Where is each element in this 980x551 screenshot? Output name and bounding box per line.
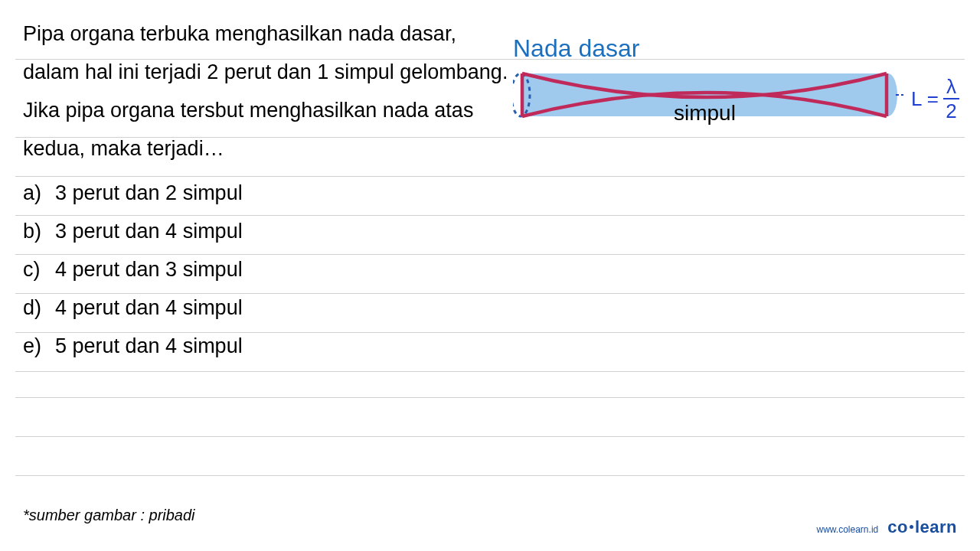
fraction-numerator: λ	[943, 77, 959, 99]
fraction-denominator: 2	[946, 99, 956, 121]
logo-right: learn	[915, 517, 957, 536]
formula-prefix: L =	[911, 87, 939, 111]
option-text: 4 perut dan 4 simpul	[55, 289, 243, 328]
logo-left: co	[887, 517, 908, 536]
length-formula: L = λ 2	[911, 77, 959, 121]
question-text: Pipa organa terbuka menghasilkan nada da…	[23, 15, 513, 168]
option-label: d)	[23, 289, 55, 328]
diagram-area: Nada dasar	[513, 34, 965, 129]
option-text: 4 perut dan 3 simpul	[55, 251, 243, 289]
option-e: e) 5 perut dan 4 simpul	[23, 328, 957, 366]
node-label: simpul	[674, 101, 736, 126]
image-source-footnote: *sumber gambar : pribadi	[23, 507, 195, 524]
option-label: e)	[23, 328, 55, 366]
options-list: a) 3 perut dan 2 simpul b) 3 perut dan 4…	[23, 174, 957, 366]
footer-branding: www.colearn.id colearn	[817, 517, 957, 537]
option-text: 3 perut dan 4 simpul	[55, 213, 243, 251]
option-d: d) 4 perut dan 4 simpul	[23, 289, 957, 328]
option-a: a) 3 perut dan 2 simpul	[23, 174, 957, 213]
option-b: b) 3 perut dan 4 simpul	[23, 213, 957, 251]
option-label: b)	[23, 213, 55, 251]
option-label: a)	[23, 174, 55, 213]
option-text: 3 perut dan 2 simpul	[55, 174, 243, 213]
option-c: c) 4 perut dan 3 simpul	[23, 251, 957, 289]
option-text: 5 perut dan 4 simpul	[55, 328, 243, 366]
diagram-title: Nada dasar	[513, 34, 965, 63]
footer-logo: colearn	[887, 517, 957, 537]
option-label: c)	[23, 251, 55, 289]
footer-url: www.colearn.id	[817, 524, 879, 535]
logo-dot-icon	[910, 525, 913, 529]
fraction: λ 2	[943, 77, 959, 121]
